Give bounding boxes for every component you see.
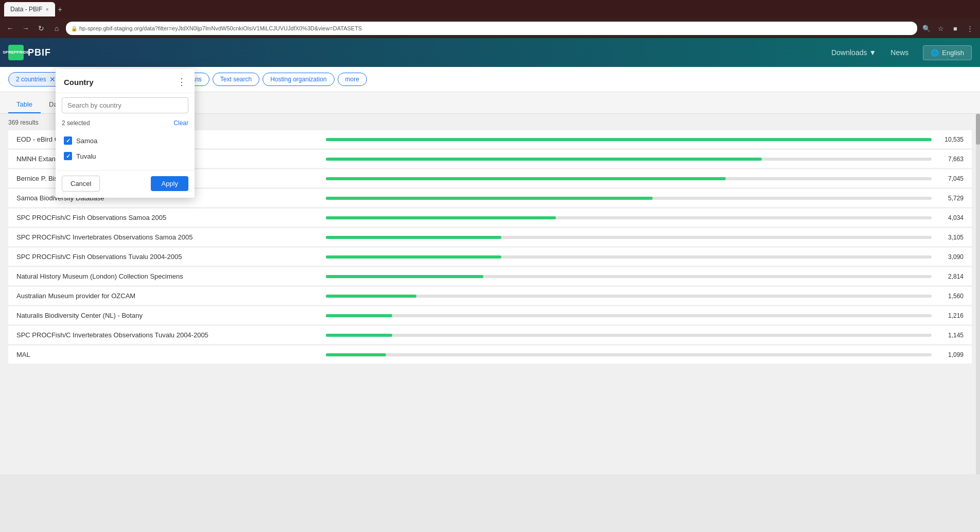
option-tuvalu[interactable]: ✓ Tuvalu [62,148,188,164]
header-nav: Downloads ▼ News 🌐 English [825,44,972,61]
bookmark-icon[interactable]: ☆ [935,22,947,35]
dataset-count: 7,663 [938,156,964,163]
dataset-bar [326,334,393,337]
dropdown-more-icon[interactable]: ⋮ [177,76,186,88]
tab-title: Data - PBIF [10,6,43,13]
nav-downloads[interactable]: Downloads ▼ [825,44,882,61]
dataset-bar [326,216,556,219]
dataset-bar-container [326,314,932,317]
dataset-count: 2,814 [938,273,964,280]
dataset-bar-container [326,236,932,239]
dataset-bar-container [326,255,932,259]
dropdown-title: Country [64,78,94,87]
table-row: Naturalis Biodiversity Center (NL) - Bot… [8,306,972,325]
dataset-name[interactable]: SPC PROCFish/C Invertebrates Observation… [16,233,320,241]
dataset-name[interactable]: SPC PROCFish/C Fish Observations Tuvalu … [16,253,320,261]
globe-icon: 🌐 [931,49,939,57]
option-samoa[interactable]: ✓ Samoa [62,133,188,148]
dataset-bar [326,177,726,180]
dataset-bar [326,138,932,141]
table-row: SPC PROCFish/C Fish Observations Samoa 2… [8,209,972,227]
dataset-bar [326,353,387,356]
address-bar[interactable]: 🔒 hp-sprep.gbif-staging.org/data?filter=… [66,22,917,35]
dataset-bar-container [326,216,932,219]
checkbox-tuvalu[interactable]: ✓ [64,152,72,160]
language-button[interactable]: 🌐 English [923,45,972,60]
dataset-name[interactable]: SPC PROCFish/C Fish Observations Samoa 2… [16,214,320,221]
dataset-bar-container [326,177,932,180]
dataset-count: 5,729 [938,195,964,202]
table-row: SPC PROCFish/C Fish Observations Tuvalu … [8,248,972,266]
dataset-name[interactable]: MAL [16,351,320,358]
address-bar-row: ← → ↻ ⌂ 🔒 hp-sprep.gbif-staging.org/data… [0,19,980,38]
table-row: Natural History Museum (London) Collecti… [8,267,972,286]
dataset-bar-container [326,334,932,337]
new-tab-icon[interactable]: + [58,5,62,13]
dataset-name[interactable]: Australian Museum provider for OZCAM [16,292,320,300]
dataset-count: 3,105 [938,234,964,241]
extension-icon[interactable]: ■ [949,22,961,35]
dataset-count: 1,099 [938,351,964,358]
dropdown-selected-info: 2 selected Clear [56,117,195,131]
dataset-bar [326,236,501,239]
dataset-bar-container [326,295,932,298]
app-header: SPREP PRIDE PBIF Downloads ▼ News 🌐 Engl… [0,38,980,67]
dataset-name[interactable]: Naturalis Biodiversity Center (NL) - Bot… [16,312,320,319]
tab-table[interactable]: Table [8,96,41,113]
dataset-bar [326,197,653,200]
scrollbar[interactable] [976,114,980,474]
filter-chip-hosting[interactable]: Hosting organization [262,73,334,86]
dataset-bar [326,295,417,298]
check-icon: ✓ [66,153,71,160]
dataset-name[interactable]: SPC PROCFish/C Invertebrates Observation… [16,331,320,339]
back-button[interactable]: ← [4,22,16,35]
dataset-count: 1,560 [938,293,964,300]
dropdown-header: Country ⋮ [56,69,195,93]
country-search-input[interactable] [62,97,188,113]
dataset-count: 4,034 [938,214,964,221]
logo-icon: SPREP PRIDE [8,45,24,60]
table-row: Australian Museum provider for OZCAM1,56… [8,287,972,305]
chip-close-icon[interactable]: ✕ [49,75,56,83]
forward-button[interactable]: → [20,22,32,35]
filter-chip-text-search[interactable]: Text search [213,73,259,86]
reload-button[interactable]: ↻ [35,22,47,35]
dataset-bar [326,255,501,259]
table-row: SPC PROCFish/C Invertebrates Observation… [8,228,972,247]
filter-chip-countries[interactable]: 2 countries ✕ [8,72,63,87]
nav-news[interactable]: News [884,44,915,61]
cancel-button[interactable]: Cancel [62,176,100,192]
lock-icon: 🔒 [71,26,77,31]
scroll-thumb[interactable] [976,114,980,145]
check-icon: ✓ [66,138,71,144]
url-text: hp-sprep.gbif-staging.org/data?filter=ey… [79,25,362,31]
dataset-count: 1,216 [938,312,964,319]
dataset-count: 10,535 [938,136,964,143]
home-button[interactable]: ⌂ [50,22,63,35]
chevron-down-icon: ▼ [869,48,876,57]
clear-link[interactable]: Clear [173,119,188,127]
table-row: MAL1,099 [8,346,972,364]
country-dropdown: Country ⋮ 2 selected Clear ✓ Samoa ✓ Tuv… [56,69,195,198]
browser-action-icons: 🔍 ☆ ■ ⋮ [920,22,976,35]
checkbox-samoa[interactable]: ✓ [64,136,72,145]
tab-close-icon[interactable]: × [46,7,49,12]
dropdown-actions: Cancel Apply [56,170,195,198]
apply-button[interactable]: Apply [151,176,188,191]
dataset-bar-container [326,275,932,278]
dataset-bar [326,158,762,161]
dataset-bar [326,314,393,317]
dropdown-options: ✓ Samoa ✓ Tuvalu [56,131,195,168]
table-row: SPC PROCFish/C Invertebrates Observation… [8,326,972,345]
dataset-bar-container [326,158,932,161]
zoom-icon[interactable]: 🔍 [920,22,933,35]
dataset-name[interactable]: Natural History Museum (London) Collecti… [16,272,320,280]
active-tab[interactable]: Data - PBIF × [4,2,55,16]
selected-count-text: 2 selected [62,119,90,127]
menu-icon[interactable]: ⋮ [964,22,976,35]
dataset-bar-container [326,138,932,141]
browser-tab-bar: Data - PBIF × + [0,0,980,19]
logo-area: SPREP PRIDE PBIF [8,45,51,60]
filter-chip-more[interactable]: more [338,73,367,86]
app-name: PBIF [28,47,51,58]
